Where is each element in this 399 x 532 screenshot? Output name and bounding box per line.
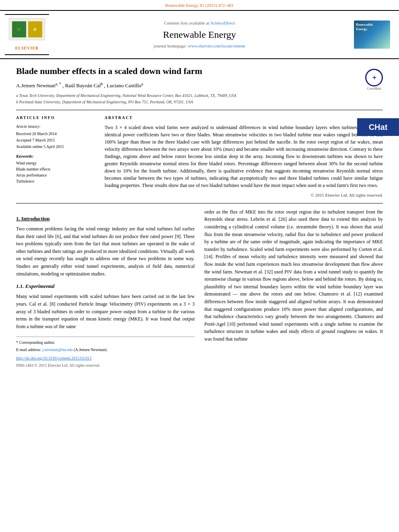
article-info-title: ARTICLE INFO xyxy=(16,115,97,121)
email-link[interactable]: j.newman@ttu.edu xyxy=(42,347,73,352)
elsevier-text: ELSEVIER xyxy=(15,45,39,51)
keyword-1: Wind energy xyxy=(16,160,97,166)
article-history-title: Article history: xyxy=(16,124,97,129)
body-col-right: order as the flux of MKE into the rotor … xyxy=(204,208,383,368)
issn-line: 0960-1481/© 2015 Elsevier Ltd. All right… xyxy=(16,362,195,369)
divider-2 xyxy=(16,203,383,203)
col2-paragraph-1: order as the flux of MKE into the rotor … xyxy=(204,208,383,343)
abstract-section: ABSTRACT Two 3 × 4 scaled down wind farm… xyxy=(105,115,383,198)
elsevier-logo: 🌿 🏛 ELSEVIER xyxy=(5,14,49,55)
contents-line: Contents lists available at ScienceDirec… xyxy=(53,20,346,26)
svg-text:🏛: 🏛 xyxy=(33,27,37,31)
body-col-left: 1. Introduction Two common problems faci… xyxy=(16,208,195,368)
doi-link[interactable]: http://dx.doi.org/10.1016/j.renene.2015.… xyxy=(16,355,195,362)
article-info-abstract: ARTICLE INFO Article history: Received 2… xyxy=(16,115,383,198)
footnote-area: * Corresponding author. E-mail address: … xyxy=(16,337,195,368)
keyword-4: Turbulence xyxy=(16,179,97,184)
keyword-2: Blade number effects xyxy=(16,166,97,172)
affiliation-1: a Texas Tech University, Department of M… xyxy=(16,93,383,99)
accepted-date: Accepted 7 March 2015 xyxy=(16,138,97,143)
keyword-3: Array performance xyxy=(16,173,97,178)
abstract-text: Two 3 × 4 scaled down wind farms were an… xyxy=(105,124,383,189)
received-date: Received 26 March 2014 xyxy=(16,131,97,137)
keywords-section: Keywords: Wind energy Blade number effec… xyxy=(16,154,97,184)
body-content: 1. Introduction Two common problems faci… xyxy=(16,208,383,368)
svg-text:🌿: 🌿 xyxy=(17,27,21,31)
journal-header: 🌿 🏛 ELSEVIER Contents lists available at… xyxy=(0,10,399,59)
paper-title: Blade number effects in a scaled down wi… xyxy=(16,66,383,77)
footnote-email: E-mail address: j.newman@ttu.edu (A.Jens… xyxy=(16,347,195,353)
affiliation-2: b Portland State University, Department … xyxy=(16,99,383,105)
sciencedirect-link[interactable]: ScienceDirect xyxy=(210,21,235,25)
experimental-paragraph-1: Many wind tunnel experiments with scaled… xyxy=(16,293,195,330)
divider-1 xyxy=(16,110,383,110)
homepage-line: journal homepage: www.elsevier.com/locat… xyxy=(53,43,346,49)
copyright: © 2015 Elsevier Ltd. All rights reserved… xyxy=(105,192,383,198)
re-logo-image: RenewableEnergy xyxy=(354,21,390,49)
article-info-section: ARTICLE INFO Article history: Received 2… xyxy=(16,115,97,198)
elsevier-logo-image: 🌿 🏛 xyxy=(9,18,45,40)
available-online-date: Available online 5 April 2015 xyxy=(16,144,97,150)
abstract-title: ABSTRACT xyxy=(105,115,383,121)
authors-line: A.Jensen Newmana, * , Raúl Bayoán Calb ,… xyxy=(16,81,383,90)
crossmark-badge: ✛ CrossMark xyxy=(365,69,383,91)
section-1-header: 1. Introduction xyxy=(16,215,195,223)
homepage-link[interactable]: www.elsevier.com/locate/renene xyxy=(188,43,245,48)
chat-panel[interactable]: CHat xyxy=(357,118,399,136)
re-logo-label: RenewableEnergy xyxy=(356,23,373,31)
subsection-1-1-header: 1.1. Experimental xyxy=(16,282,195,290)
keywords-title: Keywords: xyxy=(16,154,97,159)
title-area: ✛ CrossMark Blade number effects in a sc… xyxy=(16,66,383,77)
footnote-corresponding: * Corresponding author. xyxy=(16,339,195,346)
paper-content: ✛ CrossMark Blade number effects in a sc… xyxy=(0,59,399,375)
re-journal-logo: RenewableEnergy xyxy=(350,21,394,49)
journal-citation: Renewable Energy 81 (2015) 472–481 xyxy=(0,0,399,10)
journal-title: Renewable Energy xyxy=(53,28,346,42)
journal-center: Contents lists available at ScienceDirec… xyxy=(53,20,346,49)
intro-paragraph-1: Two common problems facing the wind ener… xyxy=(16,225,195,277)
